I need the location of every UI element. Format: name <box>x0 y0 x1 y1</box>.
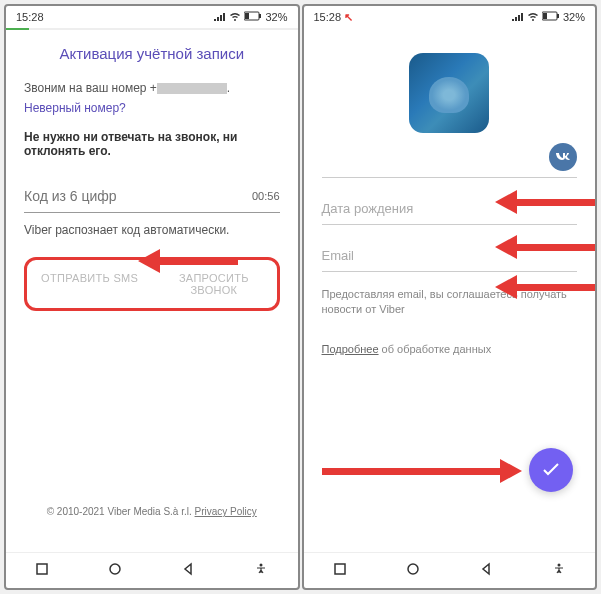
signal-icon <box>512 11 524 23</box>
page-title: Активация учётной записи <box>24 45 280 62</box>
birthday-input[interactable]: Дата рождения <box>322 193 578 225</box>
svg-point-10 <box>408 564 418 574</box>
send-sms-button[interactable]: ОТПРАВИТЬ SMS <box>35 272 144 296</box>
annotation-arrow <box>322 462 522 480</box>
screen-profile: 15:28 ↖ 32% Дата рождения Email Предоста… <box>302 4 598 590</box>
nav-recent-icon[interactable] <box>333 562 347 580</box>
missed-call-icon: ↖ <box>344 11 353 23</box>
nav-home-icon[interactable] <box>406 562 420 580</box>
instruction-text: Не нужно ни отвечать на звонок, ни откло… <box>24 130 280 158</box>
countdown-timer: 00:56 <box>252 190 280 202</box>
calling-info: Звоним на ваш номер +. <box>24 80 280 97</box>
nav-bar <box>304 552 596 588</box>
status-bar: 15:28 32% <box>6 6 298 28</box>
footer: © 2010-2021 Viber Media S.à r.l. Privacy… <box>24 506 280 537</box>
signal-icon <box>214 11 226 23</box>
svg-rect-1 <box>259 14 261 18</box>
battery-icon <box>244 11 262 23</box>
status-bar: 15:28 ↖ 32% <box>304 6 596 28</box>
wifi-icon <box>527 11 539 23</box>
battery-percent: 32% <box>265 11 287 23</box>
nav-back-icon[interactable] <box>479 562 493 580</box>
avatar[interactable] <box>409 53 489 133</box>
status-time: 15:28 <box>16 11 44 23</box>
check-icon <box>542 463 560 477</box>
screen-activation: 15:28 32% Активация учётной записи Звони… <box>4 4 300 590</box>
nav-home-icon[interactable] <box>108 562 122 580</box>
svg-point-4 <box>110 564 120 574</box>
nav-accessibility-icon[interactable] <box>552 562 566 580</box>
svg-rect-2 <box>245 13 249 19</box>
svg-rect-7 <box>557 14 559 18</box>
more-link[interactable]: Подробнее <box>322 343 379 355</box>
action-buttons-highlighted: ОТПРАВИТЬ SMS ЗАПРОСИТЬ ЗВОНОК <box>24 257 280 311</box>
nav-recent-icon[interactable] <box>35 562 49 580</box>
consent-text: Предоставляя email, вы соглашаетесь полу… <box>322 287 578 318</box>
svg-rect-8 <box>543 13 547 19</box>
status-time: 15:28 <box>314 11 342 23</box>
email-input[interactable]: Email <box>322 240 578 272</box>
svg-rect-9 <box>335 564 345 574</box>
confirm-fab[interactable] <box>529 448 573 492</box>
nav-back-icon[interactable] <box>181 562 195 580</box>
wifi-icon <box>229 11 241 23</box>
redacted-number <box>157 83 227 94</box>
auto-detect-text: Viber распознает код автоматически. <box>24 223 280 237</box>
svg-rect-3 <box>37 564 47 574</box>
svg-point-5 <box>260 563 263 566</box>
data-processing-info: Подробнее об обработке данных <box>322 343 578 355</box>
name-input[interactable] <box>322 158 578 178</box>
request-call-button[interactable]: ЗАПРОСИТЬ ЗВОНОК <box>159 272 268 296</box>
nav-accessibility-icon[interactable] <box>254 562 268 580</box>
privacy-link[interactable]: Privacy Policy <box>195 506 257 517</box>
battery-percent: 32% <box>563 11 585 23</box>
nav-bar <box>6 552 298 588</box>
svg-point-11 <box>557 563 560 566</box>
code-input[interactable] <box>24 188 252 204</box>
battery-icon <box>542 11 560 23</box>
input-divider <box>24 212 280 213</box>
wrong-number-link[interactable]: Неверный номер? <box>24 101 280 115</box>
